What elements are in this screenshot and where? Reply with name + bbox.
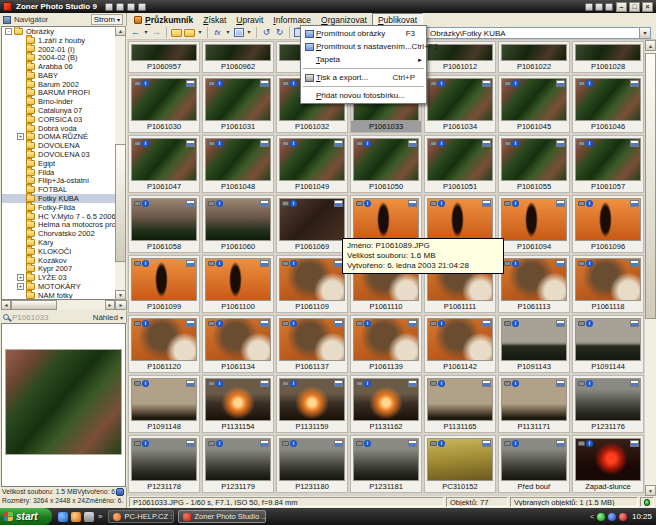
thumbnail-cell[interactable]: P1061022 (498, 41, 570, 73)
thumbnail-cell[interactable]: iP1061109 (276, 255, 348, 313)
preview-image[interactable] (5, 349, 122, 455)
tree-item-dovolena[interactable]: DOVOLENA (2, 141, 115, 150)
info-icon[interactable]: i (586, 200, 593, 207)
thumbnail-cell[interactable]: iP1061045 (498, 75, 570, 133)
tree-item-fotbal[interactable]: FOTBAL (2, 185, 115, 194)
info-icon[interactable]: i (290, 380, 297, 387)
info-icon[interactable]: i (512, 320, 519, 327)
thumbnail-cell[interactable]: iP1061113 (498, 255, 570, 313)
thumbnail-cell[interactable]: iP1061034 (424, 75, 496, 133)
folder-tree[interactable]: -Obrázky1.září z houby2002-01 (I)2004-02… (1, 26, 115, 300)
tree-item-barum-profi[interactable]: BARUM PROFI (2, 89, 115, 98)
info-icon[interactable]: i (512, 80, 519, 87)
thumbnail-cell[interactable]: iP1061051 (424, 135, 496, 193)
info-icon[interactable]: i (216, 320, 223, 327)
preview-mode-dropdown[interactable]: Náhled ▾ (93, 313, 123, 322)
back-history-dropdown-icon[interactable]: ▾ (143, 27, 149, 38)
info-icon[interactable]: i (438, 200, 445, 207)
info-icon[interactable]: i (290, 320, 297, 327)
info-icon[interactable]: i (142, 320, 149, 327)
info-icon[interactable]: i (290, 440, 297, 447)
scrollbar-thumb[interactable] (645, 53, 656, 319)
info-icon[interactable]: i (586, 380, 593, 387)
info-icon[interactable]: i (290, 80, 297, 87)
menu-item-p-idat-novou-fotosb-rku[interactable]: Přidat novou fotosbírku... (302, 89, 425, 102)
tree-item-hc-v-m-to-7-6-5-2006[interactable]: HC V.Mýto 7 - 6.5 2006 (2, 212, 115, 221)
info-icon[interactable]: i (586, 320, 593, 327)
info-icon[interactable]: i (438, 80, 445, 87)
menu-item-tapeta[interactable]: Tapeta► (302, 53, 425, 66)
rotate-left-button[interactable]: ↺ (261, 27, 272, 38)
thumbnail-cell[interactable]: iPřed bouř (498, 435, 570, 493)
thumbnail-cell[interactable]: iP1061049 (276, 135, 348, 193)
thumbnail-cell[interactable]: iP1061142 (424, 315, 496, 373)
thumbnail-cell[interactable]: iP1131171 (498, 375, 570, 433)
info-icon[interactable]: i (142, 140, 149, 147)
expand-icon[interactable]: + (17, 274, 24, 281)
info-icon[interactable]: i (142, 80, 149, 87)
quicklaunch-overflow-chevron[interactable]: » (98, 512, 102, 521)
tree-item-2004-02-b[interactable]: 2004-02 (B) (2, 53, 115, 62)
thumbnail-cell[interactable]: iP1061047 (128, 135, 200, 193)
thumbnail-cell[interactable]: iP1061050 (350, 135, 422, 193)
scrollbar-thumb[interactable] (11, 300, 57, 310)
info-icon[interactable]: i (438, 140, 445, 147)
scroll-right-icon[interactable]: ► (105, 300, 115, 310)
info-icon[interactable]: i (216, 260, 223, 267)
thumbnail-cell[interactable]: P1061028 (572, 41, 644, 73)
info-icon[interactable]: i (438, 320, 445, 327)
tree-item-obr-zky[interactable]: -Obrázky (2, 27, 115, 36)
tree-item-2002-01-i[interactable]: 2002-01 (I) (2, 45, 115, 54)
thumbnail-cell[interactable]: iP1061030 (128, 75, 200, 133)
thumbnail-cell[interactable]: iP1061060 (202, 195, 274, 253)
info-icon[interactable]: i (216, 200, 223, 207)
view-dropdown-icon[interactable]: ▾ (246, 27, 252, 38)
tree-item-nam-fotky[interactable]: NAM fotky (2, 291, 115, 300)
menu-item-z-skat[interactable]: Získat (198, 13, 231, 26)
thumbnail-cell[interactable]: P1060957 (128, 41, 200, 73)
tree-item-fotky-kuba[interactable]: Fotky KUBA (2, 194, 115, 203)
tree-item-filda[interactable]: Filda (2, 168, 115, 177)
info-icon[interactable]: i (586, 140, 593, 147)
thumbnail-cell[interactable]: iP1061118 (572, 255, 644, 313)
thumbnail-cell[interactable]: iP1061048 (202, 135, 274, 193)
tree-item-k-ry[interactable]: Káry (2, 238, 115, 247)
thumbnail-cell[interactable]: iP1091143 (498, 315, 570, 373)
thumbnail-cell[interactable]: iP1231180 (276, 435, 348, 493)
info-icon[interactable]: i (216, 80, 223, 87)
tree-item-kypr-2007[interactable]: Kypr 2007 (2, 265, 115, 274)
tray-chevron-icon[interactable]: < (590, 513, 594, 520)
info-icon[interactable]: i (512, 140, 519, 147)
taskbar-button-zoner-photo-studio[interactable]: Zoner Photo Studio ... (178, 510, 266, 523)
tree-item-catalunya-07[interactable]: Catalunya 07 (2, 106, 115, 115)
thumbnail-cell[interactable]: iP1131159 (276, 375, 348, 433)
info-icon[interactable]: i (216, 140, 223, 147)
info-icon[interactable]: i (142, 200, 149, 207)
info-icon[interactable]: i (512, 200, 519, 207)
thumbnail-cell[interactable]: iP1131165 (424, 375, 496, 433)
thumbnail-cell[interactable]: iP1061094 (498, 195, 570, 253)
filter-button[interactable]: fx (212, 27, 223, 38)
folder-up-button[interactable] (171, 27, 182, 38)
menu-item-upravit[interactable]: Upravit (231, 13, 268, 26)
info-icon[interactable]: i (216, 440, 223, 447)
menu-item-prom-tnout-obr-zky[interactable]: Promítnout obrázkyF3 (302, 27, 425, 40)
rotate-right-button[interactable]: ↻ (274, 27, 285, 38)
expand-icon[interactable]: + (17, 283, 24, 290)
thumbnail-cell[interactable]: iP1131154 (202, 375, 274, 433)
print-icon[interactable] (127, 3, 135, 11)
info-icon[interactable]: i (142, 440, 149, 447)
filter-dropdown-icon[interactable]: ▾ (225, 27, 231, 38)
tree-mode-dropdown[interactable]: Strom ▾ (91, 14, 123, 25)
info-icon[interactable]: i (364, 440, 371, 447)
start-button[interactable]: start (0, 508, 52, 525)
update-icon[interactable] (595, 3, 603, 11)
thumbnail-cell[interactable]: iP1061099 (128, 255, 200, 313)
menu-item-prom-tnout-s-nastaven-m[interactable]: Promítnout s nastavením...Ctrl+F3 (302, 40, 425, 53)
address-bar[interactable]: Obrázky\Fotky KUBA ▾ (426, 27, 651, 39)
thumbnail-cell[interactable]: iP1091148 (128, 375, 200, 433)
tree-item-1-z-z-houby[interactable]: 1.září z houby (2, 36, 115, 45)
thumbnail-cell[interactable]: iP1061137 (276, 315, 348, 373)
info-icon[interactable]: i (216, 380, 223, 387)
thumbnail-cell[interactable]: iP1231181 (350, 435, 422, 493)
